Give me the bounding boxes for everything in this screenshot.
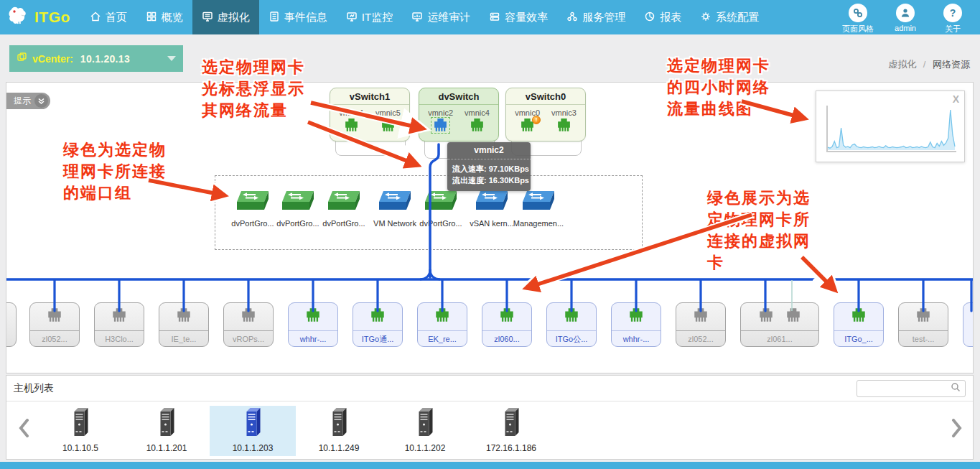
vnic-card-connected[interactable]: whhr-... bbox=[288, 302, 338, 347]
top-nav: ITGo 首页 概览 虚拟化 事件信息 IT监控 bbox=[0, 0, 980, 34]
vmnic-vmnic0[interactable]: vmnic0 ! bbox=[515, 108, 540, 135]
page-style-button[interactable]: 页面风格 bbox=[839, 4, 877, 34]
search-icon[interactable] bbox=[951, 382, 961, 395]
nic-port-icon: ! bbox=[519, 119, 536, 132]
vnic-card[interactable]: zl052... bbox=[29, 302, 80, 347]
vnic-card[interactable]: zl052... bbox=[676, 302, 726, 347]
hint-toggle-button[interactable]: 提示 bbox=[6, 93, 50, 109]
vmnic-vmnic3[interactable]: vmnic3 bbox=[551, 108, 577, 135]
logo-text: ITGo bbox=[34, 9, 70, 26]
service-nodes-icon bbox=[566, 11, 578, 24]
vnic-card-connected[interactable]: whhr-... bbox=[611, 302, 661, 347]
nav-item-system-config[interactable]: 系统配置 bbox=[691, 0, 768, 34]
nav-item-it-monitor[interactable]: IT监控 bbox=[337, 0, 402, 34]
user-icon bbox=[896, 4, 915, 22]
vnic-card-connected[interactable]: ITGo_... bbox=[834, 302, 884, 347]
annotation-four-hour-chart: 选定物理网卡 的四小时网络 流量曲线图 bbox=[667, 55, 770, 120]
vnic-card-partial[interactable] bbox=[6, 302, 17, 347]
page-style-icon bbox=[849, 4, 867, 22]
vcenter-selector[interactable]: vCenter: 10.1.20.13 bbox=[9, 45, 183, 72]
host-search-box bbox=[857, 380, 966, 397]
topology-panel: 提示 vSwitch1 vmnic1 bbox=[6, 82, 974, 373]
vnic-card[interactable]: test-... bbox=[898, 302, 948, 347]
host-item-selected[interactable]: 10.1.1.203 bbox=[210, 406, 296, 456]
portgroup-item-management[interactable]: Managemen... bbox=[511, 190, 566, 228]
vnic-card[interactable]: IE_te... bbox=[159, 302, 209, 347]
nic-port-icon bbox=[915, 308, 932, 322]
breadcrumb-section[interactable]: 虚拟化 bbox=[888, 59, 916, 70]
vnic-card-partial[interactable] bbox=[963, 302, 974, 347]
vnic-card[interactable]: vROPs... bbox=[223, 302, 274, 347]
nav-item-events[interactable]: 事件信息 bbox=[259, 0, 337, 34]
about-button[interactable]: ? 关于 bbox=[934, 4, 971, 34]
nic-port-icon bbox=[175, 308, 192, 322]
vnic-card-dual[interactable]: zl061... bbox=[740, 302, 819, 347]
virtualization-icon bbox=[202, 11, 213, 24]
host-item[interactable]: 10.1.1.249 bbox=[296, 406, 382, 456]
vcenter-icon bbox=[17, 52, 27, 65]
host-scroll-left-button[interactable] bbox=[18, 419, 29, 440]
host-item[interactable]: 10.1.10.5 bbox=[37, 406, 123, 456]
annotation-green-portgroups: 绿色为选定物 理网卡所连接 的端口组 bbox=[63, 139, 167, 204]
vswitch-title: dvSwitch bbox=[419, 88, 498, 105]
nav-item-service[interactable]: 服务管理 bbox=[557, 0, 635, 34]
warning-badge-icon: ! bbox=[532, 116, 541, 124]
vnic-card[interactable]: H3Clo... bbox=[94, 302, 144, 347]
document-list-icon bbox=[269, 11, 280, 24]
host-list-title: 主机列表 bbox=[14, 382, 54, 395]
vmnic-vmnic5[interactable]: vmnic5 bbox=[375, 108, 401, 135]
nic-port-icon bbox=[563, 308, 580, 322]
nav-item-home[interactable]: 首页 bbox=[80, 0, 136, 34]
nic-port-icon bbox=[304, 308, 322, 322]
monitor-chart-icon bbox=[411, 11, 423, 24]
vnic-card-connected[interactable]: ITGo通... bbox=[353, 302, 403, 347]
nic-port-icon bbox=[850, 308, 867, 322]
portgroup-container: dvPortGro... dvPortGro... dvPortGro... V… bbox=[215, 175, 643, 250]
portgroup-item[interactable]: dvPortGro... bbox=[414, 190, 468, 228]
traffic-chart-panel: X bbox=[816, 90, 965, 162]
nav-item-virtualization[interactable]: 虚拟化 bbox=[192, 0, 259, 34]
nic-port-icon bbox=[785, 308, 802, 322]
vswitch-box-dvswitch: dvSwitch vmnic2 vmnic4 bbox=[419, 88, 499, 141]
vmnic-vmnic2-selected[interactable]: vmnic2 bbox=[428, 108, 453, 135]
traffic-sparkline bbox=[822, 103, 958, 160]
grid-icon bbox=[146, 11, 157, 24]
host-scroll-right-button[interactable] bbox=[951, 419, 963, 440]
help-icon: ? bbox=[943, 4, 962, 22]
vmnic-traffic-tooltip: vmnic2 流入速率: 97.10KBps 流出速度: 16.30KBps bbox=[447, 142, 531, 191]
nic-port-icon bbox=[240, 308, 257, 322]
vnic-card-connected[interactable]: EK_re... bbox=[417, 302, 467, 347]
portgroup-item[interactable]: dvPortGro... bbox=[317, 190, 371, 228]
nic-port-icon bbox=[380, 119, 396, 132]
host-list-panel: 主机列表 10.1.10.5 10.1.1.201 10.1.1.203 10.… bbox=[6, 375, 974, 460]
home-icon bbox=[90, 11, 101, 24]
vnic-card-connected[interactable]: zl060... bbox=[482, 302, 532, 347]
host-item[interactable]: 10.1.1.202 bbox=[382, 406, 468, 456]
nav-item-overview[interactable]: 概览 bbox=[136, 0, 192, 34]
user-menu[interactable]: admin bbox=[887, 4, 924, 32]
server-stack-icon bbox=[489, 11, 500, 24]
nic-port-icon bbox=[556, 119, 572, 132]
nic-port-icon bbox=[757, 308, 775, 322]
close-icon[interactable]: X bbox=[953, 93, 959, 105]
nav-item-report[interactable]: 报表 bbox=[635, 0, 691, 34]
nav-item-ops-audit[interactable]: 运维审计 bbox=[402, 0, 480, 34]
vmnic-vmnic1[interactable]: vmnic1 bbox=[339, 108, 364, 135]
breadcrumb-separator: / bbox=[923, 59, 926, 70]
double-chevron-down-icon bbox=[34, 94, 48, 108]
app-logo[interactable]: ITGo bbox=[0, 0, 80, 34]
annotation-hover-traffic: 选定物理网卡 光标悬浮显示 其网络流量 bbox=[202, 57, 305, 121]
monitor-icon bbox=[346, 11, 358, 24]
gear-icon bbox=[700, 11, 711, 24]
nic-port-icon bbox=[434, 308, 451, 322]
chevron-down-icon bbox=[167, 56, 176, 61]
host-item[interactable]: 10.1.1.201 bbox=[123, 406, 210, 456]
vnic-card-connected[interactable]: ITGo公... bbox=[546, 302, 597, 347]
vmnic-vmnic4[interactable]: vmnic4 bbox=[465, 108, 490, 135]
host-search-input[interactable] bbox=[862, 383, 951, 394]
nic-port-icon bbox=[46, 308, 63, 322]
vswitch-title: vSwitch1 bbox=[330, 88, 409, 105]
vswitch-box-vswitch0: vSwitch0 vmnic0 ! vmnic3 bbox=[505, 88, 586, 141]
host-item[interactable]: 172.16.1.186 bbox=[468, 406, 554, 456]
nav-item-capacity[interactable]: 容量效率 bbox=[480, 0, 557, 34]
